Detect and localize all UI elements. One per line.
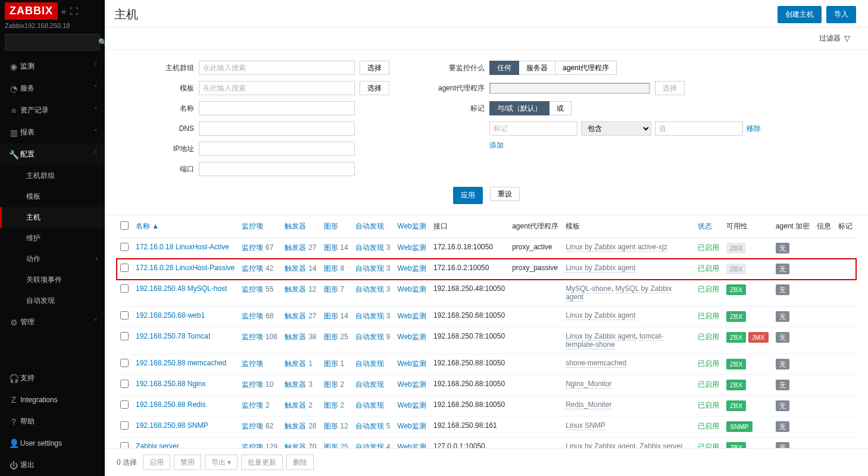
seg-option[interactable]: agent代理程序 — [555, 61, 617, 75]
template-link[interactable]: Redis_Moniter — [566, 400, 611, 409]
discovery-link[interactable]: 自动发现 — [355, 312, 384, 320]
row-checkbox[interactable] — [120, 421, 129, 430]
graphs-link[interactable]: 图形 — [324, 285, 338, 293]
status-link[interactable]: 已启用 — [698, 380, 719, 389]
subnav-item[interactable]: 自动发现 — [0, 290, 105, 311]
select-button[interactable]: 选择 — [360, 81, 389, 95]
nav-item[interactable]: 🎧支持 — [0, 367, 105, 389]
row-checkbox[interactable] — [120, 332, 129, 340]
tag-op-select[interactable]: 包含 — [581, 121, 651, 136]
row-checkbox[interactable] — [120, 284, 129, 293]
template-link[interactable]: MySQL-shone — [566, 284, 611, 293]
web-link[interactable]: Web监测 — [398, 264, 426, 273]
row-checkbox[interactable] — [120, 380, 129, 388]
triggers-link[interactable]: 触发器 — [285, 285, 306, 293]
bulk-action-button[interactable]: 批量更新 — [241, 455, 283, 470]
items-link[interactable]: 监控项 — [242, 422, 263, 430]
discovery-link[interactable]: 自动发现 — [355, 285, 384, 293]
items-link[interactable]: 监控项 — [242, 243, 263, 252]
triggers-link[interactable]: 触发器 — [285, 359, 306, 368]
logo[interactable]: ZABBIX — [5, 2, 58, 20]
filter-input[interactable] — [199, 61, 355, 75]
table-header[interactable]: Web监测 — [394, 215, 430, 238]
bulk-action-button[interactable]: 导出 — [205, 455, 238, 470]
status-link[interactable]: 已启用 — [698, 401, 719, 409]
template-link[interactable]: Nginx_Monitor — [566, 380, 611, 389]
host-link[interactable]: 172.16.0.28 LinuxHost-Passive — [136, 264, 235, 272]
host-link[interactable]: 172.16.0.18 LinuxHost-Active — [136, 243, 229, 251]
graphs-link[interactable]: 图形 — [324, 380, 338, 389]
tag-key-input[interactable] — [489, 121, 577, 136]
items-link[interactable]: 监控项 — [242, 401, 263, 409]
seg-option[interactable]: 服务器 — [519, 61, 555, 75]
triggers-link[interactable]: 触发器 — [285, 312, 306, 320]
row-checkbox[interactable] — [120, 243, 129, 251]
subnav-item[interactable]: 主机 — [0, 207, 105, 228]
table-header[interactable]: 名称 ▲ — [132, 215, 238, 238]
template-link[interactable]: Linux by Zabbix agent — [566, 311, 635, 320]
discovery-link[interactable]: 自动发现 — [355, 422, 384, 430]
triggers-link[interactable]: 触发器 — [285, 243, 306, 252]
host-link[interactable]: 192.168.250.78 Tomcat — [136, 332, 210, 340]
tag-add-link[interactable]: 添加 — [489, 140, 761, 151]
tag-remove-link[interactable]: 移除 — [747, 124, 761, 134]
items-link[interactable]: 监控项 — [242, 380, 263, 389]
sidebar-search[interactable]: 🔍 — [5, 34, 100, 51]
graphs-link[interactable]: 图形 — [324, 333, 338, 341]
discovery-link[interactable]: 自动发现 — [355, 333, 384, 341]
web-link[interactable]: Web监测 — [398, 401, 426, 409]
web-link[interactable]: Web监测 — [398, 333, 426, 341]
subnav-item[interactable]: 模板 — [0, 186, 105, 207]
host-link[interactable]: 192.168.250.88 Redis — [136, 400, 205, 409]
host-link[interactable]: 192.168.250.88 Nginx — [136, 380, 205, 388]
template-link[interactable]: Linux by Zabbix agent active-xjz — [566, 243, 667, 252]
reset-button[interactable]: 重设 — [490, 187, 520, 201]
triggers-link[interactable]: 触发器 — [285, 380, 306, 389]
host-link[interactable]: 192.168.250.98 SNMP — [136, 421, 208, 430]
status-link[interactable]: 已启用 — [698, 285, 719, 293]
status-link[interactable]: 已启用 — [698, 312, 719, 320]
tag-val-input[interactable] — [655, 121, 743, 136]
nav-item[interactable]: 🔧配置˄ — [0, 143, 105, 165]
filter-input[interactable] — [199, 121, 355, 136]
filter-toggle[interactable]: 过滤器 ▽ — [813, 30, 856, 47]
web-link[interactable]: Web监测 — [398, 359, 426, 368]
graphs-link[interactable]: 图形 — [324, 264, 338, 273]
table-header[interactable]: 监控项 — [238, 215, 281, 238]
discovery-link[interactable]: 自动发现 — [355, 359, 384, 368]
import-button[interactable]: 导入 — [826, 6, 856, 23]
nav-item[interactable]: ⚙管理˅ — [0, 311, 105, 333]
items-link[interactable]: 监控项 — [242, 443, 263, 448]
nav-item[interactable]: 👤User settings — [0, 433, 105, 454]
nav-item[interactable]: ZIntegrations — [0, 389, 105, 411]
row-checkbox[interactable] — [120, 359, 129, 367]
discovery-link[interactable]: 自动发现 — [355, 264, 384, 273]
row-checkbox[interactable] — [120, 442, 129, 448]
graphs-link[interactable]: 图形 — [324, 312, 338, 320]
web-link[interactable]: Web监测 — [398, 243, 426, 252]
items-link[interactable]: 监控项 — [242, 359, 263, 368]
table-header[interactable]: 触发器 — [281, 215, 320, 238]
host-link[interactable]: 192.168.250.48 MySQL-host — [136, 284, 227, 293]
search-input[interactable] — [9, 38, 98, 46]
create-host-button[interactable]: 创建主机 — [778, 6, 822, 23]
status-link[interactable]: 已启用 — [698, 243, 719, 252]
discovery-link[interactable]: 自动发现 — [355, 380, 384, 389]
discovery-link[interactable]: 自动发现 — [355, 243, 384, 252]
triggers-link[interactable]: 触发器 — [285, 333, 306, 341]
row-checkbox[interactable] — [120, 400, 129, 409]
filter-input[interactable] — [199, 142, 355, 156]
filter-input[interactable] — [199, 101, 355, 115]
graphs-link[interactable]: 图形 — [324, 422, 338, 430]
graphs-link[interactable]: 图形 — [324, 243, 338, 252]
template-link[interactable]: Linux by Zabbix agent — [566, 442, 635, 448]
status-link[interactable]: 已启用 — [698, 443, 719, 448]
web-link[interactable]: Web监测 — [398, 422, 426, 430]
nav-item[interactable]: ⏻退出 — [0, 454, 105, 476]
subnav-item[interactable]: 维护 — [0, 228, 105, 249]
graphs-link[interactable]: 图形 — [324, 401, 338, 409]
template-link[interactable]: Linux SNMP — [566, 421, 605, 430]
host-link[interactable]: Zabbix server — [136, 442, 179, 448]
template-link[interactable]: shone-memcached — [566, 359, 626, 368]
triggers-link[interactable]: 触发器 — [285, 264, 306, 273]
